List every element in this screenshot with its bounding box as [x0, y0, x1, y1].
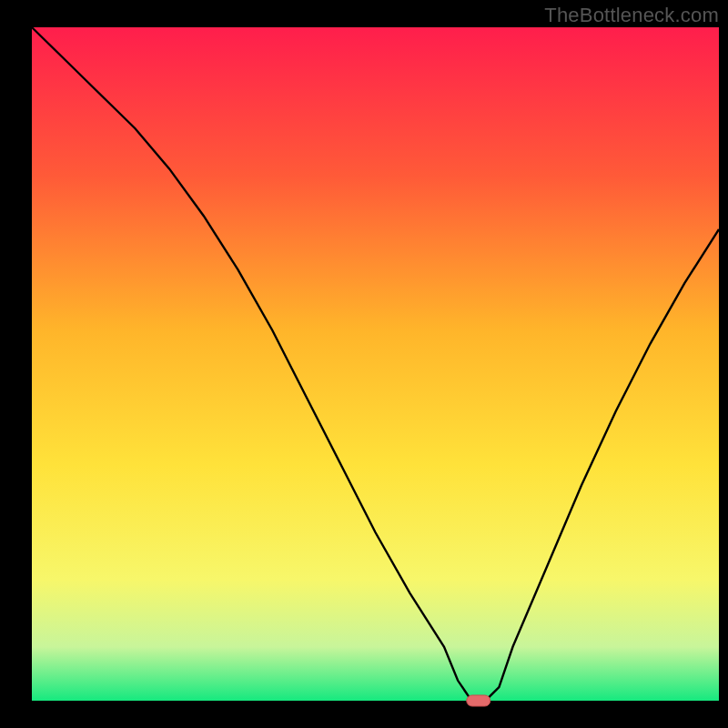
- bottleneck-plot: [0, 0, 728, 728]
- optimal-marker: [467, 695, 490, 706]
- chart-container: TheBottleneck.com: [0, 0, 728, 728]
- watermark-text: TheBottleneck.com: [544, 4, 719, 27]
